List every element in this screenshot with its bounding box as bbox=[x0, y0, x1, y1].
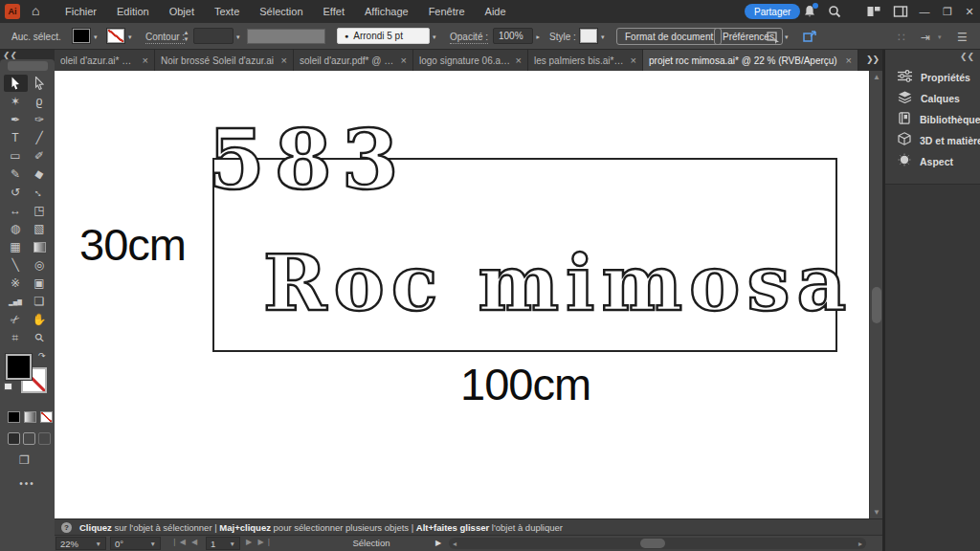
flow-chevron-icon[interactable]: ▾ bbox=[938, 33, 942, 41]
zoom-level-dropdown[interactable]: 22% ▼ bbox=[56, 537, 106, 550]
graphic-style-swatch[interactable] bbox=[580, 29, 597, 43]
color-mode-icon[interactable] bbox=[8, 411, 20, 423]
menu-effet[interactable]: Effet bbox=[323, 6, 345, 17]
brush-definition-preview[interactable] bbox=[247, 29, 325, 44]
draw-inside-icon[interactable] bbox=[38, 432, 51, 445]
next-artboard-icon[interactable]: ▶ ▶❘ bbox=[246, 538, 274, 546]
menu-affichage[interactable]: Affichage bbox=[365, 6, 409, 17]
direct-selection-tool[interactable] bbox=[28, 75, 52, 92]
status-expand-icon[interactable]: ▶ bbox=[435, 539, 441, 547]
alignment-grid-icon[interactable]: ∷ bbox=[898, 31, 905, 44]
none-mode-icon[interactable] bbox=[40, 411, 53, 423]
sign-name-text[interactable]: Roc mimosa bbox=[263, 245, 853, 321]
share-button[interactable]: Partager bbox=[745, 4, 800, 19]
panel-tab-sphere[interactable]: Aspect bbox=[885, 151, 980, 172]
isolate-selection-icon[interactable] bbox=[766, 30, 781, 45]
scale-tool[interactable]: ↔ bbox=[28, 184, 52, 201]
width-tool[interactable]: ↔ bbox=[4, 202, 28, 219]
change-screen-mode-icon[interactable]: ❐ bbox=[19, 453, 30, 467]
mesh-tool[interactable]: ▦ bbox=[4, 238, 28, 255]
artboard-number-dropdown[interactable]: 1 ▼ bbox=[206, 537, 240, 550]
search-icon[interactable] bbox=[827, 4, 842, 19]
draw-behind-icon[interactable] bbox=[23, 432, 35, 445]
menu-texte[interactable]: Texte bbox=[214, 6, 239, 17]
home-icon[interactable]: ⌂ bbox=[32, 3, 39, 18]
shaper-tool[interactable]: ✎ bbox=[4, 165, 28, 183]
stroke-weight-field[interactable] bbox=[193, 28, 234, 44]
horizontal-scroll-thumb[interactable] bbox=[640, 539, 665, 548]
menu-aide[interactable]: Aide bbox=[485, 6, 506, 17]
stroke-dropdown-chevron-icon[interactable]: ▾ bbox=[128, 33, 132, 41]
magic-wand-tool[interactable]: ✶ bbox=[4, 93, 28, 110]
stroke-weight-chevron-icon[interactable]: ▾ bbox=[236, 33, 240, 41]
height-dimension-label[interactable]: 30cm bbox=[79, 222, 186, 267]
style-chevron-icon[interactable]: ▾ bbox=[601, 33, 605, 41]
stroke-color-swatch[interactable] bbox=[107, 29, 124, 43]
opacity-field[interactable]: 100% bbox=[493, 28, 533, 44]
perspective-grid-tool[interactable]: ▧ bbox=[28, 220, 52, 237]
document-tab[interactable]: soleil d'azur.pdf* @ 3...× bbox=[294, 50, 413, 71]
shear-tool[interactable]: ✂ bbox=[4, 311, 28, 328]
rotate-tool[interactable]: ↺ bbox=[4, 184, 28, 201]
help-icon[interactable]: ? bbox=[61, 522, 72, 533]
horizontal-scrollbar[interactable]: ◂ ▸ bbox=[449, 538, 866, 549]
collapse-panels-icon[interactable]: ❮❮ bbox=[960, 52, 974, 61]
free-transform-tool[interactable]: ◳ bbox=[28, 202, 52, 219]
panel-tab-layers[interactable]: Calques bbox=[885, 88, 980, 109]
toolbar-grip[interactable] bbox=[8, 61, 48, 71]
document-export-icon[interactable] bbox=[802, 30, 817, 45]
tab-close-icon[interactable]: × bbox=[846, 55, 852, 66]
swap-fill-stroke-icon[interactable]: ↷ bbox=[38, 351, 46, 361]
vertical-scroll-thumb[interactable] bbox=[872, 287, 881, 323]
rotation-dropdown[interactable]: 0° ▼ bbox=[110, 537, 161, 550]
eyedropper-tool[interactable]: ╲ bbox=[4, 256, 28, 274]
document-setup-button[interactable]: Format de document bbox=[616, 28, 722, 45]
isolate-chevron-icon[interactable]: ▾ bbox=[785, 33, 789, 41]
sign-number-text[interactable]: 583 bbox=[208, 119, 409, 201]
panel-tab-cube[interactable]: 3D et matières bbox=[885, 130, 980, 151]
lasso-tool[interactable]: ϱ bbox=[28, 93, 52, 110]
eraser-tool[interactable]: ◆ bbox=[28, 165, 52, 183]
shape-builder-tool[interactable]: ◍ bbox=[4, 220, 28, 237]
menu-fenetre[interactable]: Fenêtre bbox=[429, 6, 465, 17]
panel-menu-icon[interactable]: ☰ bbox=[957, 31, 968, 44]
menu-edition[interactable]: Edition bbox=[117, 6, 149, 17]
panel-tab-book[interactable]: Bibliothèques bbox=[885, 109, 980, 130]
opacity-label[interactable]: Opacité : bbox=[450, 32, 488, 44]
tab-close-icon[interactable]: × bbox=[516, 55, 522, 66]
document-tab[interactable]: logo signature 06.ai ...× bbox=[413, 50, 528, 71]
blend-tool[interactable]: ◎ bbox=[28, 256, 52, 274]
draw-normal-icon[interactable] bbox=[8, 432, 20, 445]
artboard-tool[interactable]: ▣ bbox=[28, 275, 52, 292]
rectangle-tool[interactable]: ▭ bbox=[4, 147, 28, 165]
edit-toolbar-icon[interactable]: ••• bbox=[0, 478, 55, 489]
document-tab[interactable]: oleil d'azur.ai* @ 33,...× bbox=[55, 50, 155, 71]
hand-tool[interactable]: ✋ bbox=[28, 311, 52, 328]
zoom-tool[interactable]: ⚲ bbox=[28, 329, 52, 346]
document-tab[interactable]: les palmiers bis.ai* @...× bbox=[528, 50, 643, 71]
symbol-sprayer-tool[interactable]: ※ bbox=[4, 275, 28, 292]
curvature-tool[interactable]: ✑ bbox=[28, 111, 52, 128]
restore-button[interactable]: ❐ bbox=[937, 0, 958, 23]
stroke-weight-label[interactable]: Contour : bbox=[145, 32, 185, 44]
selection-tool[interactable] bbox=[4, 75, 28, 92]
menu-fichier[interactable]: Fichier bbox=[65, 6, 97, 17]
brush-style-dropdown[interactable]: ● Arrondi 5 pt bbox=[337, 28, 430, 44]
default-fill-stroke-icon[interactable] bbox=[4, 383, 12, 390]
menu-selection[interactable]: Sélection bbox=[259, 6, 302, 17]
arrange-documents-icon[interactable] bbox=[866, 4, 881, 19]
width-dimension-label[interactable]: 100cm bbox=[460, 362, 590, 407]
graph-tool[interactable]: ▂▅▇ bbox=[4, 293, 28, 310]
tab-overflow-icon[interactable]: ❯❯ bbox=[866, 55, 879, 64]
fill-color-swatch[interactable] bbox=[73, 29, 90, 43]
paintbrush-tool[interactable]: ✐ bbox=[28, 147, 52, 165]
gradient-tool[interactable] bbox=[28, 238, 52, 255]
tab-close-icon[interactable]: × bbox=[143, 55, 148, 66]
stroke-weight-stepper[interactable]: ▲▼ bbox=[182, 29, 190, 44]
vertical-scrollbar[interactable]: ▲ ▼ bbox=[869, 71, 882, 518]
workspace-switcher-icon[interactable] bbox=[893, 4, 908, 19]
document-tab[interactable]: Noir brossé Soleil d'azur.ai× bbox=[155, 50, 294, 71]
scroll-up-icon[interactable]: ▲ bbox=[870, 73, 883, 81]
opacity-expand-chevron-icon[interactable]: ▾ bbox=[534, 35, 542, 39]
text-flow-icon[interactable]: ⇥ bbox=[921, 31, 930, 44]
